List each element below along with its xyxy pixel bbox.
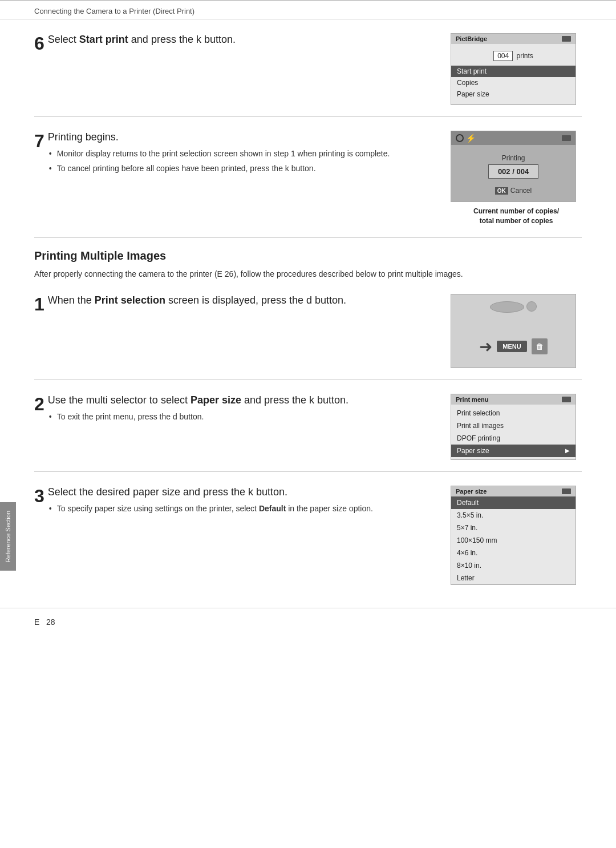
trash-button[interactable]: 🗑 xyxy=(532,338,548,354)
step3-screen-area: Paper size Default 3.5×5 in. 5×7 in. 100… xyxy=(451,486,582,585)
step3-heading: Select the desired paper size and press … xyxy=(48,486,373,499)
menu-button[interactable]: MENU xyxy=(497,341,526,352)
battery-icon4 xyxy=(562,488,571,494)
ok-badge: OK xyxy=(495,187,508,195)
step1-screen: ➜ MENU 🗑 xyxy=(451,294,582,368)
step3-text: 3 Select the desired paper size and pres… xyxy=(34,486,439,518)
step6-number: 6 xyxy=(34,34,44,53)
camera-top xyxy=(490,301,537,313)
menu-buttons: ➜ MENU 🗑 xyxy=(479,337,547,356)
step7-text: 7 Printing begins. Monitor display retur… xyxy=(34,131,439,178)
step2-number: 2 xyxy=(34,395,44,413)
prints-count: 004 prints xyxy=(451,49,576,66)
paper-size-body: Default 3.5×5 in. 5×7 in. 100×150 mm 4×6… xyxy=(451,496,576,584)
print-menu-header: Print menu xyxy=(451,394,576,405)
printing-multiple-intro: After properly connecting the camera to … xyxy=(34,268,582,280)
battery-icon2 xyxy=(562,135,571,141)
step7-bullets: Monitor display returns to the print sel… xyxy=(48,148,390,174)
step3-row: 3 Select the desired paper size and pres… xyxy=(34,472,582,596)
menu-item-copies: Copies xyxy=(451,77,576,88)
camera-dial-small xyxy=(526,301,537,312)
footer-page: 28 xyxy=(46,617,55,627)
screen-title: PictBridge xyxy=(456,35,487,42)
sidebar-reference: Reference Section xyxy=(0,502,16,571)
screen-caption: Current number of copies/ total number o… xyxy=(451,207,582,226)
step7-bullet1: Monitor display returns to the print sel… xyxy=(48,148,390,160)
pm-arrow-icon: ▶ xyxy=(565,447,570,454)
ps-item-8x10: 8×10 in. xyxy=(451,559,576,572)
ps-item-100x150: 100×150 mm xyxy=(451,534,576,547)
menu-button-visual: ➜ MENU 🗑 xyxy=(451,294,576,368)
sidebar-label-text: Reference Section xyxy=(5,511,11,563)
step7-heading: Printing begins. xyxy=(48,131,390,144)
print-menu-title: Print menu xyxy=(456,396,488,403)
printing-body: Printing 002 / 004 OK Cancel xyxy=(451,145,576,201)
pm-item-paper-size: Paper size ▶ xyxy=(451,445,576,457)
step6-row: 6 Select Start print and press the k but… xyxy=(34,19,582,117)
battery-icon xyxy=(562,36,571,42)
footer: E 28 xyxy=(0,608,616,636)
step2-bullets: To exit the print menu, press the d butt… xyxy=(48,411,348,423)
prints-label: prints xyxy=(517,52,533,60)
arrow-right-icon: ➜ xyxy=(479,337,492,356)
breadcrumb: Connecting the Camera to a Printer (Dire… xyxy=(0,1,616,19)
step1-heading: When the Print selection screen is displ… xyxy=(48,294,346,307)
ps-item-letter: Letter xyxy=(451,572,576,584)
step2-heading: Use the multi selector to select Paper s… xyxy=(48,394,348,407)
cancel-row: OK Cancel xyxy=(456,187,571,195)
pm-item-print-all: Print all images xyxy=(451,419,576,432)
step2-bullet1: To exit the print menu, press the d butt… xyxy=(48,411,348,423)
step1-number: 1 xyxy=(34,295,44,313)
ps-item-35x5: 3.5×5 in. xyxy=(451,509,576,522)
printing-multiple-section: Printing Multiple Images After properly … xyxy=(34,238,582,285)
menu-item-start-print: Start print xyxy=(451,66,576,77)
ps-item-4x6: 4×6 in. xyxy=(451,547,576,559)
screen-body: 004 prints Start print Copies Paper size xyxy=(451,44,576,104)
battery-icon3 xyxy=(562,397,571,402)
menu-item-paper-size: Paper size xyxy=(451,88,576,100)
ps-item-5x7: 5×7 in. xyxy=(451,522,576,534)
paper-size-screen: Paper size Default 3.5×5 in. 5×7 in. 100… xyxy=(451,486,576,585)
pm-item-print-selection: Print selection xyxy=(451,407,576,419)
paper-size-title: Paper size xyxy=(456,488,487,495)
printing-screen: ⚡ Printing 002 / 004 OK Cancel xyxy=(451,131,576,202)
status-icons: ⚡ xyxy=(456,134,476,143)
step7-row: 7 Printing begins. Monitor display retur… xyxy=(34,117,582,238)
footer-label: E xyxy=(34,617,39,627)
print-menu-screen: Print menu Print selection Print all ima… xyxy=(451,394,576,460)
step2-screen-area: Print menu Print selection Print all ima… xyxy=(451,394,582,460)
screen-header: PictBridge xyxy=(451,34,576,44)
step1-row: 1 When the Print selection screen is dis… xyxy=(34,285,582,380)
print-menu-body: Print selection Print all images DPOF pr… xyxy=(451,405,576,459)
camera-dial xyxy=(490,301,524,313)
step3-number: 3 xyxy=(34,487,44,505)
step2-row: 2 Use the multi selector to select Paper… xyxy=(34,380,582,472)
step2-text: 2 Use the multi selector to select Paper… xyxy=(34,394,439,426)
step7-number: 7 xyxy=(34,132,44,150)
paper-size-header: Paper size xyxy=(451,486,576,496)
step7-screen-area: ⚡ Printing 002 / 004 OK Cancel Current n… xyxy=(451,131,582,226)
step3-bullets: To specify paper size using settings on … xyxy=(48,503,373,515)
step6-text: 6 Select Start print and press the k but… xyxy=(34,33,439,53)
step1-text: 1 When the Print selection screen is dis… xyxy=(34,294,439,313)
flash-icon: ⚡ xyxy=(466,134,476,143)
printing-header: ⚡ xyxy=(451,131,576,145)
ps-item-default: Default xyxy=(451,496,576,509)
printing-multiple-heading: Printing Multiple Images xyxy=(34,249,582,263)
cancel-label: Cancel xyxy=(510,187,532,195)
step7-bullet2: To cancel printing before all copies hav… xyxy=(48,163,390,175)
step6-screen: PictBridge 004 prints Start print Copies… xyxy=(451,33,582,105)
power-icon xyxy=(456,134,464,142)
pictbridge-screen: PictBridge 004 prints Start print Copies… xyxy=(451,33,576,105)
step3-bullet1: To specify paper size using settings on … xyxy=(48,503,373,515)
pm-item-dpof: DPOF printing xyxy=(451,432,576,445)
printing-label: Printing xyxy=(456,154,571,162)
count-value: 004 xyxy=(493,51,513,61)
step6-heading: Select Start print and press the k butto… xyxy=(48,33,236,46)
printing-count: 002 / 004 xyxy=(488,164,538,179)
